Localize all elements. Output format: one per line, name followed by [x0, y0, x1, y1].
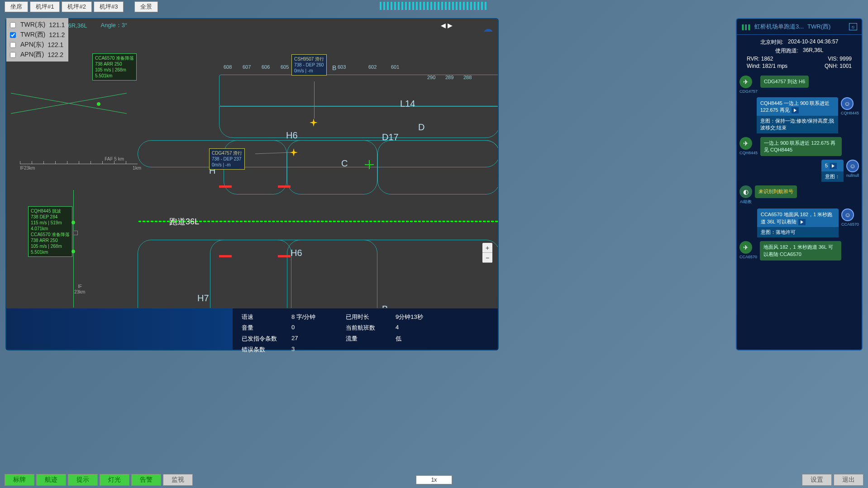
twy-label: B — [332, 64, 336, 71]
rwy-value: 36R,36L — [803, 47, 823, 55]
intent-label: 意图：保持一边;修改/保持高度;脱波移交;结束 — [757, 116, 838, 133]
apron1-button[interactable]: 机坪#1 — [30, 1, 60, 12]
light-button[interactable]: 灯光 — [100, 474, 129, 486]
qnh-label: QNH: — [825, 63, 838, 69]
scale-bar: IF23km FAF 5 km 1km — [20, 164, 138, 164]
time-value: 2024-10-24 04:36:57 — [788, 38, 838, 46]
comms-panel: ∥∥∥ 虹桥机场单跑道3... TWR(西) ⎋ 北京时间:2024-10-24… — [736, 18, 863, 351]
if-label: IF — [78, 284, 82, 289]
panorama-button[interactable]: 全景 — [134, 1, 158, 12]
chat-bubble: CQH8445 一边上 900 联系进近 122.675 再见意图：保持一边;修… — [757, 97, 838, 133]
stat-label: 语速 — [242, 313, 282, 321]
tag-button[interactable]: 标牌 — [5, 474, 34, 486]
speed-selector[interactable]: 1x — [416, 475, 452, 484]
stat-label: 流量 — [346, 335, 386, 343]
callsign-label: CQH8445 — [739, 151, 758, 155]
rwy-label: 使用跑道: — [775, 47, 798, 55]
stats-visual — [6, 308, 233, 350]
alarm-button[interactable]: 告警 — [131, 474, 161, 486]
stat-value: 27 — [291, 335, 337, 343]
hint-button[interactable]: 提示 — [68, 474, 98, 486]
scale-if: IF23km — [20, 166, 35, 171]
twr-east-checkbox[interactable] — [10, 22, 16, 28]
stand-num: 602 — [368, 64, 377, 70]
scenario-title: 虹桥机场单跑道3... — [754, 23, 804, 31]
atc-avatar-icon: ☺ — [841, 97, 854, 110]
exit-button[interactable]: 退出 — [834, 474, 863, 486]
position-label: TWR(西) — [807, 23, 830, 31]
stat-label: 音量 — [242, 324, 282, 332]
flight-tag[interactable]: CDG4757 滑行 738 - DEP 237 0m/s | -m — [209, 148, 245, 170]
stat-value: 3 — [291, 346, 337, 354]
tag-line: 0m/s | -m — [294, 68, 324, 74]
seat-button[interactable]: 坐席 — [5, 1, 28, 12]
chat-bubble: 5意图： — [821, 160, 844, 182]
freq-val: 122.1 — [48, 41, 63, 48]
tag-line: 5.501km — [31, 249, 70, 255]
track-button[interactable]: 航迹 — [36, 474, 66, 486]
stat-value: 4 — [396, 324, 441, 332]
settings-button[interactable]: 设置 — [802, 474, 832, 486]
stats-bar: 语速8 字/分钟 已用时长9分钟13秒 音量0 当前航班数4 已发指令条数27 … — [6, 308, 498, 350]
radar-frame: R 36R,36L Angle：3° ◀ ▶ ✈ ≡ ⋮ 608 607 606… — [5, 18, 499, 351]
rvr-label: RVR: — [747, 56, 759, 62]
tag-line: 115 m/s | 519m — [31, 220, 70, 226]
ai-avatar-icon: ◐ — [739, 185, 752, 198]
freq-val: 122.2 — [48, 51, 63, 58]
stat-value: 8 字/分钟 — [291, 313, 337, 321]
watch-button[interactable]: 监视 — [163, 474, 193, 486]
flight-tag[interactable]: CSH9507 滑行 738 - DEP 260 0m/s | -m — [291, 54, 327, 76]
stat-value: 低 — [396, 335, 441, 343]
tag-line: 738 - DEP 237 — [212, 156, 242, 162]
tag-line: 4.071km — [31, 226, 70, 232]
chat-bubble: 未识别到航班号 — [755, 185, 797, 198]
apn-west-checkbox[interactable] — [10, 52, 16, 58]
approach-tag[interactable]: CCA6570 准备降落 738 ARR 250 105 m/s | 268m … — [92, 53, 137, 81]
play-audio-icon[interactable] — [792, 107, 799, 114]
apron3-button[interactable]: 机坪#3 — [94, 1, 124, 12]
zoom-in-button[interactable]: + — [482, 243, 492, 253]
stat-value: 0 — [291, 324, 337, 332]
callsign-label: CQH8445 — [841, 111, 859, 115]
freq-val: 121.1 — [49, 21, 65, 28]
stand-num: 606 — [262, 64, 270, 70]
tag-line: CDG4757 滑行 — [212, 150, 242, 156]
tag-line: 0m/s | -m — [212, 162, 242, 168]
plane-avatar-icon: ✈ — [739, 241, 752, 254]
tag-line: CQH8445 脱波 — [31, 208, 70, 214]
twr-west-checkbox[interactable] — [10, 32, 16, 38]
play-audio-icon[interactable] — [830, 163, 837, 169]
playback-controls[interactable]: ◀ ▶ — [441, 22, 453, 29]
play-audio-icon[interactable] — [798, 219, 806, 225]
rvr-value: 1862 — [761, 56, 773, 62]
tag-line: 105 m/s | 268m — [95, 67, 134, 73]
stat-label: 已发指令条数 — [242, 335, 282, 343]
wind-value: 182/1 mps — [762, 63, 787, 69]
radar-canvas[interactable]: 608 607 606 605 604 603 602 601 290 289 … — [6, 32, 498, 308]
callsign-label: CDG4757 — [739, 89, 758, 94]
wind-label: Wind: — [747, 63, 761, 69]
approach-dot-icon — [72, 221, 75, 224]
chat-log[interactable]: ✈CDG4757 CDG4757 到达 H6 ☺CQH8445 CQH8445 … — [737, 73, 862, 350]
apron2-button[interactable]: 机坪#2 — [62, 1, 91, 12]
marker-icon — [73, 231, 78, 235]
chat-bubble: 一边上 900 联系进近 122.675 再见 CQH8445 — [760, 137, 842, 156]
apn-east-checkbox[interactable] — [10, 42, 16, 48]
exit-panel-icon[interactable]: ⎋ — [849, 23, 857, 30]
twy-label: D — [418, 122, 424, 133]
callsign-label: CCA6570 — [841, 222, 859, 227]
freq-name: APN(西) — [20, 51, 44, 59]
freq-name: TWR(东) — [20, 21, 45, 29]
if-dist: 23km — [74, 289, 85, 294]
freq-name: TWR(西) — [20, 31, 45, 39]
tag-line: 738 DEP 284 — [31, 214, 70, 220]
chat-bubble: CCA6570 地面风 182，1 米秒跑道 36L 可以着陆意图：落地许可 — [757, 208, 839, 237]
approach-tag[interactable]: CQH8445 脱波 738 DEP 284 115 m/s | 519m 4.… — [28, 206, 72, 257]
atc-avatar-icon: ☺ — [846, 160, 859, 172]
freq-val: 121.2 — [49, 31, 65, 38]
stand-num: 601 — [391, 64, 399, 70]
zoom-out-button[interactable]: − — [482, 253, 492, 263]
tag-line: 738 - DEP 260 — [294, 62, 324, 68]
audio-pulse-icon — [380, 2, 488, 10]
angle-label: Angle：3° — [101, 21, 128, 29]
